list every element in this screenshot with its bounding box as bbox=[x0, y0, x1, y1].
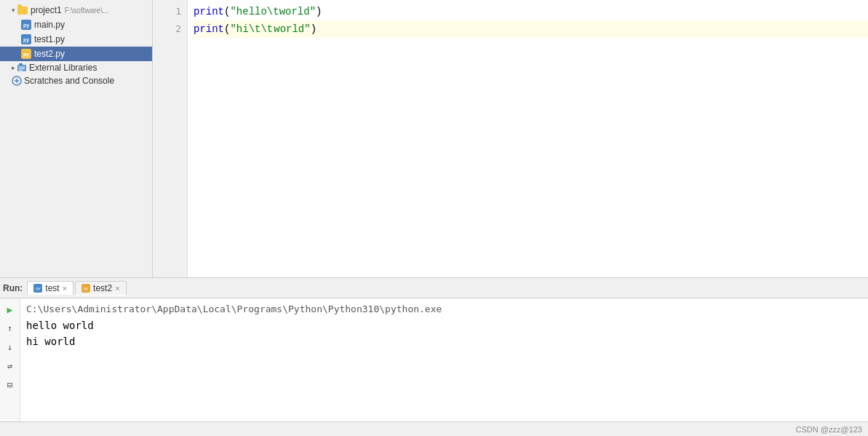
run-label: Run: bbox=[3, 283, 23, 293]
string-2b: world" bbox=[274, 20, 310, 38]
project-name-label: project1 bbox=[31, 5, 62, 15]
sidebar-label-test2-py: test2.py bbox=[34, 49, 65, 59]
output-line-2-text: hi world bbox=[26, 336, 75, 347]
keyword-print-1: print bbox=[194, 3, 224, 20]
keyword-print-2: print bbox=[194, 20, 224, 38]
paren-open-2: ( bbox=[224, 20, 230, 38]
run-wrap-button[interactable]: ⇌ bbox=[2, 358, 18, 374]
tab-py-icon-test2: py bbox=[81, 284, 90, 293]
editor-area: 1 2 print("hello\tworld") print("hi\t\tw… bbox=[153, 0, 868, 277]
run-output: C:\Users\Administrator\AppData\Local\Pro… bbox=[20, 298, 868, 421]
output-command-text: C:\Users\Administrator\AppData\Local\Pro… bbox=[26, 304, 442, 314]
run-tab-test2-label: test2 bbox=[93, 283, 112, 293]
run-tab-test2-close[interactable]: × bbox=[115, 284, 119, 293]
scratches-icon bbox=[12, 76, 22, 86]
code-editor[interactable]: print("hello\tworld") print("hi\t\tworld… bbox=[188, 0, 868, 277]
sidebar-label-test1-py: test1.py bbox=[34, 34, 65, 44]
run-align-button[interactable]: ⊟ bbox=[2, 377, 18, 393]
sidebar-item-test1-py[interactable]: py test1.py bbox=[0, 32, 152, 47]
svg-rect-1 bbox=[19, 63, 23, 66]
output-line-1: hello world bbox=[26, 317, 862, 333]
string-1: "hello\tworld" bbox=[230, 3, 316, 20]
py-file-icon-test2: py bbox=[20, 48, 32, 60]
run-tab-test[interactable]: py test × bbox=[27, 281, 73, 295]
run-body: ▶ ↑ ↓ ⇌ ⊟ C:\Users\Administrator\AppData… bbox=[0, 298, 868, 421]
chevron-right-icon-extlib: ▸ bbox=[12, 64, 15, 71]
sidebar-item-scratches[interactable]: Scratches and Console bbox=[0, 74, 152, 87]
status-bar: CSDN @zzz@123 bbox=[0, 421, 868, 436]
ext-lib-icon bbox=[17, 63, 27, 73]
sidebar-label-external-libs: External Libraries bbox=[29, 63, 97, 73]
code-line-2: print("hi\t\tworld") bbox=[194, 20, 868, 38]
run-down-button[interactable]: ↓ bbox=[2, 339, 18, 355]
wrap-icon: ⇌ bbox=[7, 361, 12, 371]
sidebar-label-main-py: main.py bbox=[34, 20, 65, 30]
run-toolbar: ▶ ↑ ↓ ⇌ ⊟ bbox=[0, 298, 20, 421]
up-icon: ↑ bbox=[7, 323, 12, 333]
attribution-text: CSDN @zzz@123 bbox=[796, 425, 862, 434]
code-line-1: print("hello\tworld") bbox=[194, 3, 868, 20]
main-area: ▾ project1 F:\software\... py main.py py… bbox=[0, 0, 868, 277]
tab-py-icon-test: py bbox=[33, 284, 42, 293]
play-icon: ▶ bbox=[7, 304, 13, 315]
sidebar-item-external-libs[interactable]: ▸ External Libraries bbox=[0, 61, 152, 74]
run-play-button[interactable]: ▶ bbox=[2, 301, 18, 317]
run-tab-test2[interactable]: py test2 × bbox=[75, 281, 126, 296]
down-icon: ↓ bbox=[7, 342, 12, 352]
sidebar-item-test2-py[interactable]: py test2.py bbox=[0, 47, 152, 61]
paren-open-1: ( bbox=[224, 3, 230, 20]
run-tabs-bar: Run: py test × py test2 × bbox=[0, 278, 868, 298]
sidebar: ▾ project1 F:\software\... py main.py py… bbox=[0, 0, 153, 277]
paren-close-2: ) bbox=[311, 20, 316, 38]
string-2: "hi\t\t bbox=[230, 20, 273, 38]
run-tab-test-close[interactable]: × bbox=[63, 284, 67, 293]
py-file-icon-test1: py bbox=[20, 33, 32, 45]
chevron-down-icon: ▾ bbox=[12, 7, 15, 14]
editor-content: 1 2 print("hello\tworld") print("hi\t\tw… bbox=[153, 0, 868, 277]
output-line-2: hi world bbox=[26, 333, 862, 349]
sidebar-label-scratches: Scratches and Console bbox=[24, 76, 114, 86]
sidebar-item-main-py[interactable]: py main.py bbox=[0, 17, 152, 32]
run-tab-test-label: test bbox=[45, 283, 59, 293]
output-command: C:\Users\Administrator\AppData\Local\Pro… bbox=[26, 301, 862, 317]
line-numbers: 1 2 bbox=[153, 0, 188, 277]
sidebar-item-project1[interactable]: ▾ project1 F:\software\... bbox=[0, 3, 152, 17]
align-icon: ⊟ bbox=[7, 380, 12, 390]
project-path: F:\software\... bbox=[65, 7, 109, 15]
folder-icon-project bbox=[17, 4, 28, 16]
paren-close-1: ) bbox=[316, 3, 322, 20]
line-number-2: 2 bbox=[153, 20, 181, 38]
bottom-panel: Run: py test × py test2 × ▶ ↑ ↓ bbox=[0, 277, 868, 421]
run-up-button[interactable]: ↑ bbox=[2, 320, 18, 336]
py-file-icon-main: py bbox=[20, 19, 32, 31]
line-number-1: 1 bbox=[153, 3, 181, 20]
output-line-1-text: hello world bbox=[26, 320, 94, 331]
